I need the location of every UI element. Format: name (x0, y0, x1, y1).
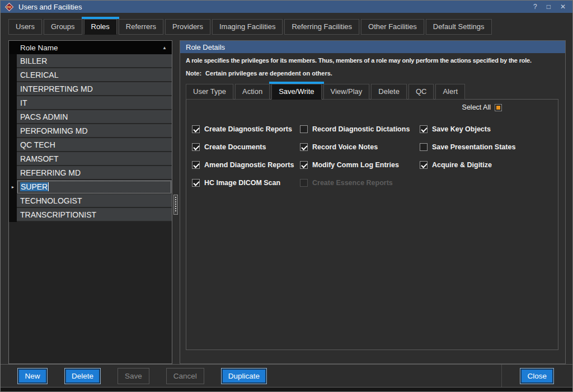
privilege-label-hc-image-dicom-scan: HC Image DICOM Scan (204, 179, 280, 187)
role-name-cell[interactable]: RAMSOFT (17, 152, 172, 166)
role-list-header[interactable]: Role Name ▲ (9, 41, 172, 54)
sort-ascending-icon: ▲ (162, 45, 167, 50)
role-name-cell[interactable]: INTERPRETING MD (17, 82, 172, 96)
users-and-facilities-window: PR Users and Facilities ? □ ✕ UsersGroup… (0, 0, 573, 392)
role-name-cell[interactable]: REFERRING MD (17, 166, 172, 180)
checkbox-hc-image-dicom-scan[interactable] (192, 179, 200, 187)
tab-groups[interactable]: Groups (44, 19, 82, 35)
privilege-label-save-presentation-states: Save Presentation States (432, 143, 515, 151)
role-name-cell[interactable]: QC TECH (17, 138, 172, 152)
save-button: Save (118, 368, 149, 384)
tab-providers[interactable]: Providers (165, 19, 210, 35)
row-selector-gutter (9, 138, 17, 152)
privilege-record-diagnostic-dictations: Record Diagnostic Dictations (300, 120, 410, 138)
privilege-label-create-documents: Create Documents (204, 143, 266, 151)
role-row-technologist[interactable]: TECHNOLOGIST (9, 194, 172, 208)
role-name-cell[interactable]: PACS ADMIN (17, 110, 172, 124)
privilege-label-modify-comm-log-entries: Modify Comm Log Entries (312, 161, 399, 169)
window-controls: ? □ ✕ (533, 1, 566, 13)
duplicate-button[interactable]: Duplicate (221, 368, 267, 384)
panel-splitter-handle[interactable] (173, 195, 178, 215)
role-row-qc-tech[interactable]: QC TECH (9, 138, 172, 152)
privilege-modify-comm-log-entries: Modify Comm Log Entries (300, 156, 410, 174)
role-name-cell[interactable]: CLERICAL (17, 68, 172, 82)
role-row-super[interactable]: ►SUPER (9, 180, 172, 194)
subtab-action[interactable]: Action (235, 84, 270, 100)
current-row-arrow-icon: ► (11, 185, 15, 189)
checkbox-acquire-digitize[interactable] (420, 161, 428, 169)
subtab-alert[interactable]: Alert (435, 84, 465, 100)
help-button[interactable]: ? (533, 1, 537, 13)
role-name-cell[interactable]: IT (17, 96, 172, 110)
footer-left-buttons: NewDeleteSaveCancelDuplicate (17, 368, 267, 384)
row-selector-gutter (9, 152, 17, 166)
row-selector-gutter (9, 110, 17, 124)
privilege-label-record-voice-notes: Record Voice Notes (312, 143, 378, 151)
row-selector-gutter (9, 82, 17, 96)
role-row-biller[interactable]: BILLER (9, 54, 172, 68)
privilege-record-voice-notes: Record Voice Notes (300, 138, 410, 156)
role-row-referring-md[interactable]: REFERRING MD (9, 166, 172, 180)
role-row-interpreting-md[interactable]: INTERPRETING MD (9, 82, 172, 96)
checkbox-modify-comm-log-entries[interactable] (300, 161, 308, 169)
subtab-user-type[interactable]: User Type (186, 84, 233, 100)
checkbox-save-key-objects[interactable] (420, 125, 428, 133)
tab-default-settings[interactable]: Default Settings (426, 19, 492, 35)
checkbox-create-diagnostic-reports[interactable] (192, 125, 200, 133)
checkbox-record-voice-notes[interactable] (300, 143, 308, 151)
role-name-selected-text: SUPER (20, 182, 48, 191)
note-label: Note: (186, 70, 201, 77)
close-button[interactable]: Close (520, 368, 554, 384)
checkbox-save-presentation-states[interactable] (420, 143, 428, 151)
role-name-cell[interactable]: PERFORMING MD (17, 124, 172, 138)
subtab-view-play[interactable]: View/Play (323, 84, 370, 100)
role-name-cell[interactable]: TECHNOLOGIST (17, 194, 172, 208)
checkbox-create-essence-reports (300, 179, 308, 187)
row-selector-gutter (9, 96, 17, 110)
role-row-transcriptionist[interactable]: TRANSCRIPTIONIST (9, 208, 172, 222)
role-name-cell[interactable]: BILLER (17, 54, 172, 68)
note-body: Certain privileges are dependent on othe… (205, 70, 332, 77)
privilege-label-amend-diagnostic-reports: Amend Diagnostic Reports (204, 161, 294, 169)
privilege-column-2: Record Diagnostic DictationsRecord Voice… (300, 120, 410, 192)
privilege-create-diagnostic-reports: Create Diagnostic Reports (192, 120, 294, 138)
delete-button[interactable]: Delete (64, 368, 101, 384)
tab-imaging-facilities[interactable]: Imaging Facilities (212, 19, 283, 35)
role-row-it[interactable]: IT (9, 96, 172, 110)
subtab-delete[interactable]: Delete (371, 84, 407, 100)
row-selector-gutter (9, 68, 17, 82)
subtab-save-write[interactable]: Save/Write (271, 84, 321, 100)
checkbox-amend-diagnostic-reports[interactable] (192, 161, 200, 169)
role-row-clerical[interactable]: CLERICAL (9, 68, 172, 82)
role-name-edit-field[interactable]: SUPER (17, 180, 172, 194)
row-selector-gutter (9, 54, 17, 68)
role-name-cell[interactable]: TRANSCRIPTIONIST (17, 208, 172, 222)
row-selector-gutter (9, 166, 17, 180)
select-all-control: Select All (462, 103, 502, 111)
row-selector-gutter (9, 194, 17, 208)
cancel-button: Cancel (166, 368, 204, 384)
checkbox-create-documents[interactable] (192, 143, 200, 151)
footer-button-bar: NewDeleteSaveCancelDuplicate Close (1, 364, 572, 388)
privilege-amend-diagnostic-reports: Amend Diagnostic Reports (192, 156, 294, 174)
privilege-column-1: Create Diagnostic ReportsCreate Document… (192, 120, 294, 192)
role-row-performing-md[interactable]: PERFORMING MD (9, 124, 172, 138)
checkbox-record-diagnostic-dictations[interactable] (300, 125, 308, 133)
role-row-ramsoft[interactable]: RAMSOFT (9, 152, 172, 166)
maximize-button[interactable]: □ (547, 1, 551, 13)
tab-users[interactable]: Users (8, 19, 42, 35)
role-details-header: Role Details (180, 41, 565, 53)
tab-referring-facilities[interactable]: Referring Facilities (284, 19, 359, 35)
privilege-label-acquire-digitize: Acquire & Digitize (432, 161, 492, 169)
tab-other-facilities[interactable]: Other Facilities (361, 19, 424, 35)
footer-divider (501, 365, 502, 387)
tab-roles[interactable]: Roles (84, 19, 117, 35)
select-all-checkbox[interactable] (495, 104, 502, 111)
close-window-button[interactable]: ✕ (560, 1, 566, 13)
subtab-qc[interactable]: QC (408, 84, 434, 100)
app-icon: PR (5, 2, 14, 11)
role-name-column-header[interactable]: Role Name (20, 44, 58, 52)
tab-referrers[interactable]: Referrers (119, 19, 163, 35)
role-row-pacs-admin[interactable]: PACS ADMIN (9, 110, 172, 124)
new-button[interactable]: New (17, 368, 48, 384)
